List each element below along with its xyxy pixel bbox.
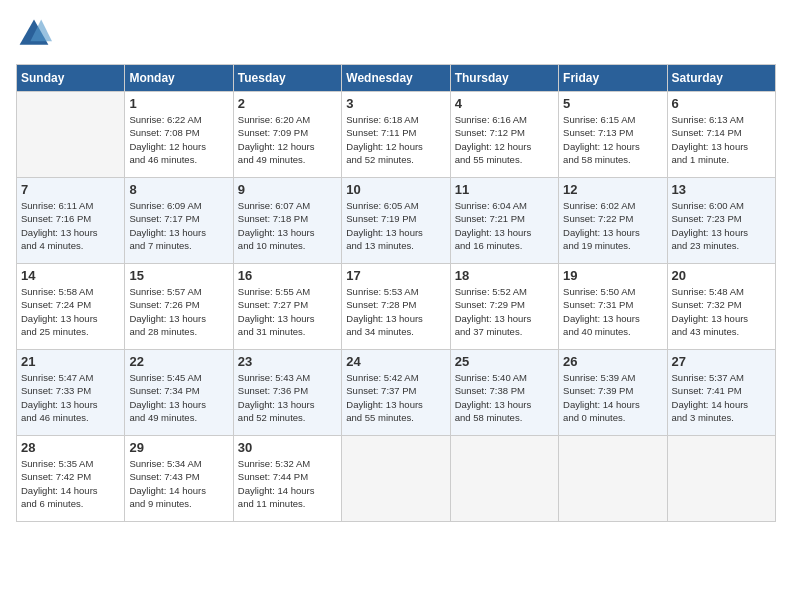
day-number: 15: [129, 268, 228, 283]
day-info: Sunrise: 6:11 AM Sunset: 7:16 PM Dayligh…: [21, 199, 120, 252]
calendar-cell: 8Sunrise: 6:09 AM Sunset: 7:17 PM Daylig…: [125, 178, 233, 264]
logo-icon: [16, 16, 52, 52]
calendar-cell: 13Sunrise: 6:00 AM Sunset: 7:23 PM Dayli…: [667, 178, 775, 264]
calendar-cell: 19Sunrise: 5:50 AM Sunset: 7:31 PM Dayli…: [559, 264, 667, 350]
day-number: 7: [21, 182, 120, 197]
day-number: 4: [455, 96, 554, 111]
weekday-header-cell: Wednesday: [342, 65, 450, 92]
day-info: Sunrise: 5:57 AM Sunset: 7:26 PM Dayligh…: [129, 285, 228, 338]
calendar-week-row: 28Sunrise: 5:35 AM Sunset: 7:42 PM Dayli…: [17, 436, 776, 522]
day-number: 19: [563, 268, 662, 283]
day-number: 28: [21, 440, 120, 455]
calendar-cell: [17, 92, 125, 178]
day-info: Sunrise: 6:16 AM Sunset: 7:12 PM Dayligh…: [455, 113, 554, 166]
day-number: 24: [346, 354, 445, 369]
calendar-cell: 9Sunrise: 6:07 AM Sunset: 7:18 PM Daylig…: [233, 178, 341, 264]
day-number: 8: [129, 182, 228, 197]
day-number: 18: [455, 268, 554, 283]
day-info: Sunrise: 5:32 AM Sunset: 7:44 PM Dayligh…: [238, 457, 337, 510]
weekday-header-cell: Tuesday: [233, 65, 341, 92]
day-number: 10: [346, 182, 445, 197]
calendar-cell: 20Sunrise: 5:48 AM Sunset: 7:32 PM Dayli…: [667, 264, 775, 350]
calendar-cell: 14Sunrise: 5:58 AM Sunset: 7:24 PM Dayli…: [17, 264, 125, 350]
day-number: 23: [238, 354, 337, 369]
day-number: 14: [21, 268, 120, 283]
calendar-cell: 10Sunrise: 6:05 AM Sunset: 7:19 PM Dayli…: [342, 178, 450, 264]
day-number: 17: [346, 268, 445, 283]
calendar-cell: 5Sunrise: 6:15 AM Sunset: 7:13 PM Daylig…: [559, 92, 667, 178]
logo: [16, 16, 58, 52]
calendar-body: 1Sunrise: 6:22 AM Sunset: 7:08 PM Daylig…: [17, 92, 776, 522]
calendar-week-row: 14Sunrise: 5:58 AM Sunset: 7:24 PM Dayli…: [17, 264, 776, 350]
day-info: Sunrise: 5:48 AM Sunset: 7:32 PM Dayligh…: [672, 285, 771, 338]
calendar-cell: 29Sunrise: 5:34 AM Sunset: 7:43 PM Dayli…: [125, 436, 233, 522]
calendar-cell: 23Sunrise: 5:43 AM Sunset: 7:36 PM Dayli…: [233, 350, 341, 436]
weekday-header-cell: Monday: [125, 65, 233, 92]
calendar-table: SundayMondayTuesdayWednesdayThursdayFrid…: [16, 64, 776, 522]
calendar-cell: 15Sunrise: 5:57 AM Sunset: 7:26 PM Dayli…: [125, 264, 233, 350]
day-number: 2: [238, 96, 337, 111]
day-number: 16: [238, 268, 337, 283]
weekday-header-cell: Saturday: [667, 65, 775, 92]
day-info: Sunrise: 6:18 AM Sunset: 7:11 PM Dayligh…: [346, 113, 445, 166]
calendar-cell: [450, 436, 558, 522]
day-info: Sunrise: 5:40 AM Sunset: 7:38 PM Dayligh…: [455, 371, 554, 424]
day-number: 6: [672, 96, 771, 111]
day-info: Sunrise: 5:55 AM Sunset: 7:27 PM Dayligh…: [238, 285, 337, 338]
day-number: 27: [672, 354, 771, 369]
calendar-week-row: 7Sunrise: 6:11 AM Sunset: 7:16 PM Daylig…: [17, 178, 776, 264]
day-info: Sunrise: 5:52 AM Sunset: 7:29 PM Dayligh…: [455, 285, 554, 338]
day-info: Sunrise: 5:50 AM Sunset: 7:31 PM Dayligh…: [563, 285, 662, 338]
calendar-cell: 27Sunrise: 5:37 AM Sunset: 7:41 PM Dayli…: [667, 350, 775, 436]
calendar-cell: 7Sunrise: 6:11 AM Sunset: 7:16 PM Daylig…: [17, 178, 125, 264]
day-info: Sunrise: 5:42 AM Sunset: 7:37 PM Dayligh…: [346, 371, 445, 424]
calendar-cell: 25Sunrise: 5:40 AM Sunset: 7:38 PM Dayli…: [450, 350, 558, 436]
day-info: Sunrise: 5:43 AM Sunset: 7:36 PM Dayligh…: [238, 371, 337, 424]
calendar-cell: [559, 436, 667, 522]
weekday-header-cell: Friday: [559, 65, 667, 92]
calendar-cell: 3Sunrise: 6:18 AM Sunset: 7:11 PM Daylig…: [342, 92, 450, 178]
day-info: Sunrise: 5:37 AM Sunset: 7:41 PM Dayligh…: [672, 371, 771, 424]
day-number: 21: [21, 354, 120, 369]
day-number: 12: [563, 182, 662, 197]
calendar-cell: 1Sunrise: 6:22 AM Sunset: 7:08 PM Daylig…: [125, 92, 233, 178]
day-number: 30: [238, 440, 337, 455]
calendar-cell: 4Sunrise: 6:16 AM Sunset: 7:12 PM Daylig…: [450, 92, 558, 178]
calendar-week-row: 1Sunrise: 6:22 AM Sunset: 7:08 PM Daylig…: [17, 92, 776, 178]
day-number: 29: [129, 440, 228, 455]
weekday-header-cell: Sunday: [17, 65, 125, 92]
calendar-cell: 6Sunrise: 6:13 AM Sunset: 7:14 PM Daylig…: [667, 92, 775, 178]
day-number: 26: [563, 354, 662, 369]
day-info: Sunrise: 6:15 AM Sunset: 7:13 PM Dayligh…: [563, 113, 662, 166]
calendar-cell: 18Sunrise: 5:52 AM Sunset: 7:29 PM Dayli…: [450, 264, 558, 350]
calendar-cell: 12Sunrise: 6:02 AM Sunset: 7:22 PM Dayli…: [559, 178, 667, 264]
day-number: 3: [346, 96, 445, 111]
calendar-cell: [667, 436, 775, 522]
calendar-cell: 11Sunrise: 6:04 AM Sunset: 7:21 PM Dayli…: [450, 178, 558, 264]
page-header: [16, 16, 776, 52]
day-info: Sunrise: 5:45 AM Sunset: 7:34 PM Dayligh…: [129, 371, 228, 424]
day-info: Sunrise: 6:02 AM Sunset: 7:22 PM Dayligh…: [563, 199, 662, 252]
day-number: 13: [672, 182, 771, 197]
day-info: Sunrise: 6:00 AM Sunset: 7:23 PM Dayligh…: [672, 199, 771, 252]
calendar-cell: 2Sunrise: 6:20 AM Sunset: 7:09 PM Daylig…: [233, 92, 341, 178]
calendar-cell: 17Sunrise: 5:53 AM Sunset: 7:28 PM Dayli…: [342, 264, 450, 350]
calendar-cell: 26Sunrise: 5:39 AM Sunset: 7:39 PM Dayli…: [559, 350, 667, 436]
day-info: Sunrise: 5:53 AM Sunset: 7:28 PM Dayligh…: [346, 285, 445, 338]
weekday-header-cell: Thursday: [450, 65, 558, 92]
calendar-cell: 16Sunrise: 5:55 AM Sunset: 7:27 PM Dayli…: [233, 264, 341, 350]
day-info: Sunrise: 6:09 AM Sunset: 7:17 PM Dayligh…: [129, 199, 228, 252]
day-info: Sunrise: 5:47 AM Sunset: 7:33 PM Dayligh…: [21, 371, 120, 424]
calendar-cell: 24Sunrise: 5:42 AM Sunset: 7:37 PM Dayli…: [342, 350, 450, 436]
calendar-cell: 21Sunrise: 5:47 AM Sunset: 7:33 PM Dayli…: [17, 350, 125, 436]
calendar-cell: 22Sunrise: 5:45 AM Sunset: 7:34 PM Dayli…: [125, 350, 233, 436]
day-info: Sunrise: 5:35 AM Sunset: 7:42 PM Dayligh…: [21, 457, 120, 510]
day-number: 9: [238, 182, 337, 197]
day-number: 5: [563, 96, 662, 111]
calendar-cell: [342, 436, 450, 522]
day-number: 25: [455, 354, 554, 369]
day-info: Sunrise: 6:04 AM Sunset: 7:21 PM Dayligh…: [455, 199, 554, 252]
day-number: 11: [455, 182, 554, 197]
day-info: Sunrise: 6:07 AM Sunset: 7:18 PM Dayligh…: [238, 199, 337, 252]
day-number: 22: [129, 354, 228, 369]
